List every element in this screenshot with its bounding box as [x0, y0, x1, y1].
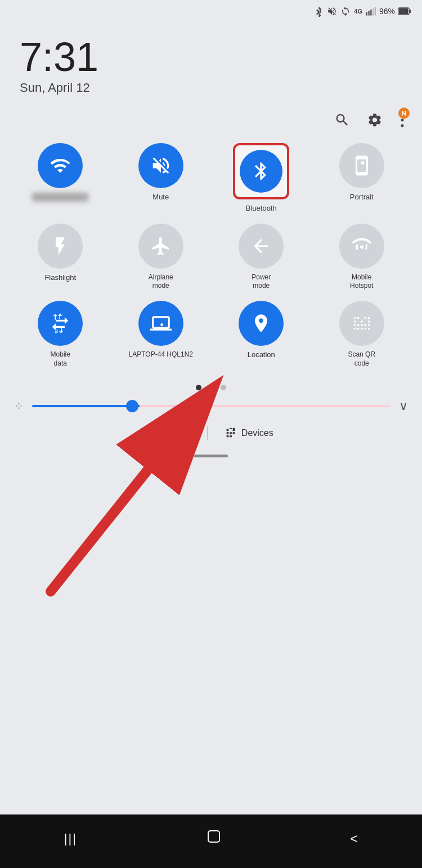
signal-icon — [366, 7, 376, 16]
tile-airplane[interactable]: Airplanemode — [115, 224, 208, 291]
more-options-button[interactable]: N — [399, 112, 405, 132]
devices-button[interactable]: Devices — [225, 427, 273, 439]
tile-mobile-data[interactable]: Mobiledata — [14, 301, 107, 368]
tile-wifi[interactable] — [14, 143, 107, 213]
tile-flashlight[interactable]: Flashlight — [14, 224, 107, 291]
svg-rect-6 — [399, 8, 408, 14]
devices-icon — [225, 427, 237, 439]
4g-icon: 4G — [354, 8, 362, 15]
play-icon — [149, 427, 161, 439]
svg-point-10 — [401, 124, 404, 127]
nav-bar: ||| < — [0, 814, 422, 868]
mute-status-icon — [327, 6, 337, 16]
page-dot-1 — [196, 385, 201, 390]
laptop-label: LAPTOP-44 HQL1N2 — [129, 350, 194, 359]
brightness-expand-button[interactable]: ∨ — [399, 399, 408, 413]
back-button[interactable]: < — [350, 831, 358, 847]
svg-rect-4 — [375, 7, 376, 16]
media-label: Media — [165, 428, 190, 438]
tile-qr[interactable]: Scan QRcode — [316, 301, 408, 368]
brightness-icon: ⁘ — [14, 399, 24, 413]
qs-header: N — [0, 106, 422, 137]
clock-time: 7:31 — [20, 37, 402, 77]
mobile-data-icon-circle — [38, 301, 83, 346]
battery-percentage: 96% — [379, 7, 395, 16]
tile-laptop[interactable]: LAPTOP-44 HQL1N2 — [115, 301, 208, 368]
notification-badge: N — [398, 108, 410, 119]
bluetooth-icon-circle — [240, 150, 282, 193]
qs-grid: Mute Bluetooth Portrait Flashlight — [0, 137, 422, 373]
page-indicators — [0, 373, 422, 396]
portrait-icon-circle — [339, 143, 384, 188]
location-icon-circle — [239, 301, 284, 346]
battery-icon — [398, 7, 411, 15]
mute-icon-circle — [138, 143, 183, 188]
svg-point-9 — [401, 119, 404, 122]
hotspot-label: MobileHotspot — [350, 273, 373, 291]
tile-power-mode[interactable]: Powermode — [215, 224, 308, 291]
page-dot-3 — [221, 385, 226, 390]
brightness-row: ⁘ ∨ — [0, 396, 422, 416]
svg-rect-3 — [372, 8, 374, 16]
qr-label: Scan QRcode — [348, 350, 375, 368]
tile-bluetooth[interactable]: Bluetooth — [215, 143, 308, 213]
power-mode-label: Powermode — [252, 273, 271, 291]
svg-rect-2 — [370, 10, 371, 16]
mute-label: Mute — [152, 193, 169, 202]
power-mode-icon-circle — [239, 224, 284, 269]
wifi-icon-circle — [38, 143, 83, 188]
home-button[interactable] — [205, 828, 222, 849]
flashlight-label: Flashlight — [44, 273, 76, 283]
tile-portrait[interactable]: Portrait — [316, 143, 408, 213]
svg-rect-0 — [366, 12, 367, 16]
search-button[interactable] — [334, 112, 350, 132]
flashlight-icon-circle — [38, 224, 83, 269]
hotspot-icon-circle — [339, 224, 384, 269]
tile-hotspot[interactable]: MobileHotspot — [316, 224, 408, 291]
media-divider — [207, 426, 208, 440]
media-button[interactable]: Media — [149, 427, 190, 439]
status-bar: 4G 96% — [0, 0, 422, 20]
clock-date: Sun, April 12 — [20, 81, 402, 95]
bluetooth-highlight-box — [233, 143, 289, 199]
tile-location[interactable]: Location — [215, 301, 308, 368]
page-dot-2 — [208, 385, 214, 390]
bluetooth-status-icon — [315, 6, 324, 17]
bluetooth-label: Bluetooth — [246, 204, 277, 213]
status-icons: 4G 96% — [315, 6, 411, 17]
brightness-slider[interactable] — [32, 405, 390, 407]
location-label: Location — [248, 350, 275, 360]
sync-status-icon — [340, 6, 351, 16]
airplane-icon-circle — [138, 224, 183, 269]
laptop-icon-circle — [138, 301, 183, 346]
mobile-data-label: Mobiledata — [51, 350, 70, 368]
tile-mute[interactable]: Mute — [115, 143, 208, 213]
airplane-label: Airplanemode — [149, 273, 173, 291]
settings-button[interactable] — [367, 112, 383, 132]
svg-rect-1 — [368, 11, 369, 15]
qr-icon-circle — [339, 301, 384, 346]
svg-rect-13 — [208, 831, 219, 842]
handle-bar — [194, 455, 228, 457]
brightness-thumb[interactable] — [126, 400, 138, 412]
clock-area: 7:31 Sun, April 12 — [0, 20, 422, 106]
svg-rect-7 — [409, 10, 411, 13]
portrait-label: Portrait — [350, 193, 374, 202]
wifi-label-blurred — [32, 193, 88, 202]
devices-label: Devices — [241, 428, 273, 438]
media-devices-bar: Media Devices — [0, 416, 422, 450]
recent-apps-button[interactable]: ||| — [64, 831, 77, 846]
